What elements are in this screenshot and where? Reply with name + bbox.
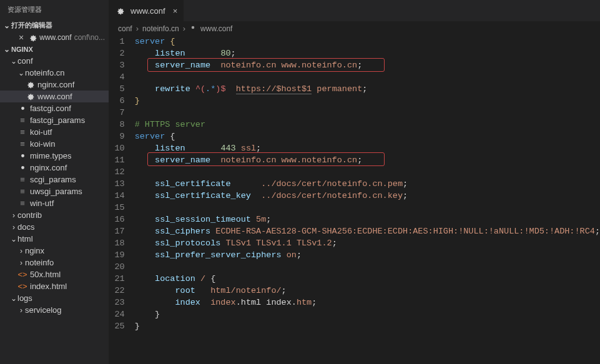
tree-label: contrib bbox=[17, 210, 42, 220]
tree-label: uwsgi_params bbox=[30, 187, 82, 196]
tree-folder-conf[interactable]: ⌄ conf bbox=[0, 55, 109, 67]
code-token: 80 bbox=[220, 49, 230, 58]
tree-label: fastcgi_params bbox=[30, 116, 85, 125]
tree-label: nginx bbox=[25, 246, 44, 255]
chevron-right-icon: › bbox=[136, 24, 139, 33]
code-token: htm bbox=[297, 298, 312, 307]
editor[interactable]: 1234567891011121314151617181920212223242… bbox=[109, 36, 600, 364]
close-icon[interactable]: × bbox=[173, 6, 178, 16]
code-token: root bbox=[175, 286, 195, 295]
tree-file[interactable]: ≡koi-utf bbox=[0, 126, 109, 138]
code-token: permanent bbox=[317, 84, 362, 94]
explorer-title: 资源管理器 bbox=[0, 0, 109, 19]
code-token: .html index. bbox=[236, 298, 297, 307]
code-token: ^( bbox=[195, 84, 205, 94]
tree-label: koi-utf bbox=[30, 127, 52, 137]
tree-file[interactable]: ≡fastcgi_params bbox=[0, 114, 109, 126]
tree-label: nginx.conf bbox=[37, 80, 74, 89]
tree-file-nginxconf[interactable]: nginx.conf bbox=[0, 79, 109, 91]
tree-label: servicelog bbox=[25, 305, 62, 315]
gear-icon bbox=[189, 24, 197, 33]
tree-folder-noteinfo[interactable]: ⌄ noteinfo.cn bbox=[0, 67, 109, 79]
code-token: } bbox=[135, 96, 140, 106]
chevron-down-icon: ⌄ bbox=[2, 21, 11, 30]
chevron-right-icon: › bbox=[17, 258, 25, 267]
code-token: listen bbox=[155, 49, 185, 58]
workspace-name: NGINX bbox=[11, 46, 33, 53]
code-token: rewrite bbox=[155, 84, 190, 94]
tree-file[interactable]: <>index.html bbox=[0, 280, 109, 292]
tree-label: docs bbox=[17, 222, 34, 232]
code-token: server bbox=[135, 132, 165, 141]
code-token: ssl bbox=[241, 144, 256, 153]
tree-label: conf bbox=[17, 56, 33, 66]
code-token: ; bbox=[282, 286, 287, 295]
gear-icon bbox=[25, 92, 35, 101]
code-token: ssl_session_timeout bbox=[155, 215, 251, 224]
tree-label: mime.types bbox=[30, 151, 71, 160]
code-area[interactable]: server { listen 80; server_name noteinfo… bbox=[135, 36, 600, 364]
chevron-right-icon: › bbox=[10, 223, 17, 232]
workspace-header[interactable]: ⌄ NGINX bbox=[0, 44, 109, 55]
breadcrumb-part: noteinfo.cn bbox=[142, 24, 179, 33]
tree-folder[interactable]: ›docs bbox=[0, 221, 109, 233]
tree-label: index.html bbox=[30, 282, 67, 291]
code-token: ssl_certificate bbox=[155, 179, 231, 189]
code-token: ; bbox=[362, 84, 367, 94]
file-icon: ≡ bbox=[17, 187, 27, 196]
chevron-down-icon: ⌄ bbox=[17, 69, 25, 77]
tree-file[interactable]: nginx.conf bbox=[0, 162, 109, 174]
close-icon[interactable]: × bbox=[19, 32, 26, 42]
gear-icon bbox=[116, 6, 124, 15]
code-token: ssl_ciphers bbox=[155, 227, 210, 236]
breadcrumb-part: www.conf bbox=[200, 24, 232, 33]
tree-file[interactable]: ≡koi-win bbox=[0, 138, 109, 150]
open-editor-context: conf\no... bbox=[74, 33, 105, 42]
tree-folder[interactable]: ›servicelog bbox=[0, 304, 109, 316]
tree-file[interactable]: fastcgi.conf bbox=[0, 102, 109, 114]
gear-icon bbox=[17, 104, 27, 112]
code-token: ; bbox=[357, 155, 362, 165]
code-token: ; bbox=[256, 144, 261, 153]
code-token: ECDHE-RSA-AES128-GCM-SHA256:ECDHE:ECDH:A… bbox=[215, 227, 595, 236]
file-icon: ≡ bbox=[17, 139, 27, 149]
html-icon: <> bbox=[17, 270, 27, 279]
sidebar: 资源管理器 ⌄ 打开的编辑器 × www.conf conf\no... ⌄ N… bbox=[0, 0, 109, 364]
tree-file[interactable]: mime.types bbox=[0, 150, 109, 162]
code-token: noteinfo.cn www.noteinfo.cn bbox=[220, 61, 357, 70]
open-editors-header[interactable]: ⌄ 打开的编辑器 bbox=[0, 19, 109, 31]
code-token: ; bbox=[297, 250, 302, 260]
breadcrumb[interactable]: conf › noteinfo.cn › www.conf bbox=[109, 21, 600, 36]
tree-file[interactable]: <>50x.html bbox=[0, 268, 109, 280]
tree-folder[interactable]: ›noteinfo bbox=[0, 257, 109, 268]
tree-label: logs bbox=[17, 293, 32, 303]
code-token: } bbox=[135, 322, 140, 331]
tree-file[interactable]: ≡uwsgi_params bbox=[0, 185, 109, 197]
tree-label: noteinfo.cn bbox=[25, 68, 65, 77]
tab-wwwconf[interactable]: www.conf × bbox=[109, 0, 184, 21]
main: www.conf × conf › noteinfo.cn › www.conf… bbox=[109, 0, 600, 364]
chevron-right-icon: › bbox=[17, 306, 25, 315]
tree-file[interactable]: ≡scgi_params bbox=[0, 174, 109, 185]
code-token: ../docs/cert/noteinfo.cn.pem bbox=[261, 179, 403, 189]
code-token: ; bbox=[312, 298, 317, 307]
code-token: index bbox=[175, 298, 200, 307]
code-token: ; bbox=[231, 49, 236, 58]
code-token: server_name bbox=[155, 155, 210, 165]
open-editor-item[interactable]: × www.conf conf\no... bbox=[0, 31, 109, 44]
chevron-down-icon: ⌄ bbox=[10, 57, 17, 66]
tree-folder-logs[interactable]: ⌄logs bbox=[0, 292, 109, 304]
chevron-right-icon: › bbox=[10, 211, 17, 220]
code-token: ../docs/cert/noteinfo.cn.key bbox=[261, 191, 403, 200]
code-token: on bbox=[287, 250, 297, 260]
code-token: ssl_prefer_server_ciphers bbox=[155, 250, 282, 260]
tree-folder[interactable]: ›contrib bbox=[0, 209, 109, 221]
code-token: { bbox=[170, 37, 175, 46]
tree-folder-html[interactable]: ⌄html bbox=[0, 233, 109, 245]
code-token: # HTTPS server bbox=[135, 120, 205, 129]
tree-file-wwwconf[interactable]: www.conf bbox=[0, 91, 109, 102]
chevron-down-icon: ⌄ bbox=[2, 45, 11, 54]
code-token: / bbox=[200, 274, 205, 283]
tree-file[interactable]: ≡win-utf bbox=[0, 197, 109, 209]
tree-folder[interactable]: ›nginx bbox=[0, 245, 109, 257]
